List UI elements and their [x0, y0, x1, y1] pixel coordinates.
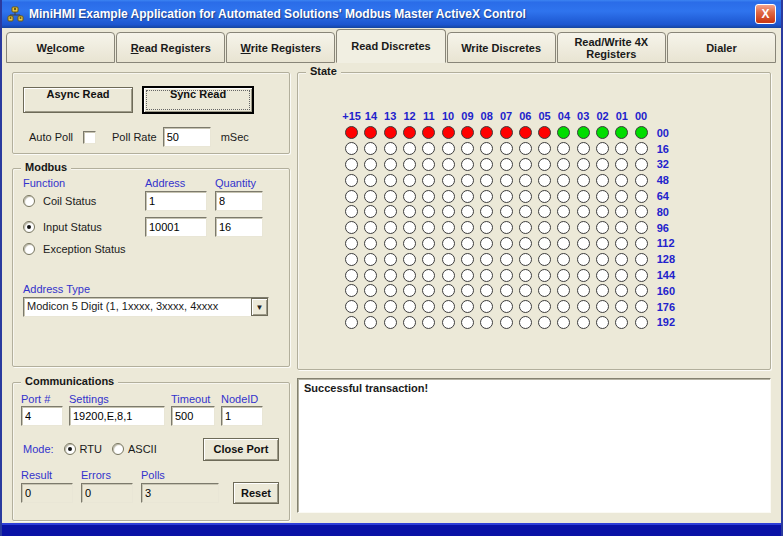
- led-indicator-off: [577, 300, 590, 313]
- tab-read-registers[interactable]: Read Registers: [116, 32, 225, 63]
- led-row-label: 144: [651, 269, 691, 281]
- led-indicator-off: [538, 237, 551, 250]
- led-row-00: 00: [342, 125, 770, 141]
- led-indicator-off: [635, 174, 648, 187]
- mode-radio-label-rtu: RTU: [80, 443, 102, 455]
- tab-read-discretes[interactable]: Read Discretes: [336, 29, 445, 63]
- led-indicator-off: [480, 174, 493, 187]
- led-indicator-off: [519, 253, 532, 266]
- input-status-address-input[interactable]: [145, 217, 207, 237]
- radio-exception-status[interactable]: [23, 243, 35, 255]
- dropdown-arrow-icon[interactable]: ▼: [251, 298, 268, 316]
- led-indicator-off: [461, 300, 474, 313]
- settings-label: Settings: [69, 393, 165, 405]
- led-indicator-off: [403, 284, 416, 297]
- led-indicator-off: [596, 221, 609, 234]
- led-indicator-off: [538, 174, 551, 187]
- led-indicator-off: [345, 205, 358, 218]
- async-read-button[interactable]: Async Read: [23, 87, 133, 113]
- led-indicator-off: [557, 190, 570, 203]
- led-indicator-off: [403, 237, 416, 250]
- bit-column-header: 09: [458, 110, 477, 122]
- led-indicator-off: [422, 221, 435, 234]
- led-indicator-off: [500, 221, 513, 234]
- transaction-log[interactable]: Successful transaction!: [297, 378, 771, 513]
- reset-button[interactable]: Reset: [233, 482, 279, 504]
- led-indicator-on-red: [345, 126, 358, 139]
- tab-write-discretes[interactable]: Write Discretes: [447, 32, 556, 63]
- led-row-48: 48: [342, 172, 770, 188]
- led-indicator-on-red: [384, 126, 397, 139]
- led-indicator-off: [422, 158, 435, 171]
- led-indicator-off: [635, 269, 648, 282]
- auto-poll-checkbox[interactable]: [83, 131, 96, 144]
- led-indicator-on-green: [577, 126, 590, 139]
- led-indicator-off: [500, 284, 513, 297]
- address-type-dropdown[interactable]: Modicon 5 Digit (1, 1xxxx, 3xxxx, 4xxxx …: [23, 297, 269, 317]
- led-indicator-off: [345, 142, 358, 155]
- settings-input[interactable]: [69, 406, 165, 426]
- led-indicator-off: [635, 316, 648, 329]
- led-indicator-off: [577, 205, 590, 218]
- poll-rate-input[interactable]: [163, 127, 211, 147]
- led-indicator-off: [538, 190, 551, 203]
- led-indicator-off: [557, 221, 570, 234]
- led-indicator-off: [557, 174, 570, 187]
- close-button[interactable]: X: [755, 4, 776, 24]
- input-status-quantity-input[interactable]: [215, 217, 263, 237]
- led-indicator-off: [557, 142, 570, 155]
- transaction-log-text: Successful transaction!: [304, 382, 428, 394]
- tab-read-write-4x-registers[interactable]: Read/Write 4X Registers: [557, 32, 666, 63]
- tab-write-registers[interactable]: Write Registers: [226, 32, 335, 63]
- bit-column-header: 13: [381, 110, 400, 122]
- led-indicator-off: [403, 253, 416, 266]
- led-indicator-off: [364, 221, 377, 234]
- led-indicator-off: [596, 284, 609, 297]
- led-indicator-off: [442, 142, 455, 155]
- led-indicator-off: [422, 190, 435, 203]
- led-row-80: 80: [342, 204, 770, 220]
- led-indicator-off: [577, 142, 590, 155]
- coil-status-quantity-input[interactable]: [215, 191, 263, 211]
- timeout-input[interactable]: [171, 406, 215, 426]
- tab-dialer[interactable]: Dialer: [667, 32, 776, 63]
- right-panel: State +151413121110090807060504030201000…: [297, 70, 771, 521]
- led-indicator-off: [635, 205, 648, 218]
- coil-status-address-input[interactable]: [145, 191, 207, 211]
- port-input[interactable]: [21, 406, 63, 426]
- radio-coil-status[interactable]: [23, 195, 35, 207]
- function-column-label: Function: [23, 177, 145, 189]
- led-indicator-off: [403, 221, 416, 234]
- led-indicator-off: [519, 205, 532, 218]
- led-indicator-off: [500, 190, 513, 203]
- led-indicator-off: [442, 284, 455, 297]
- modbus-group-title: Modbus: [21, 161, 71, 173]
- nodeid-input[interactable]: [221, 406, 263, 426]
- led-indicator-off: [596, 316, 609, 329]
- led-row-label: 00: [651, 127, 691, 139]
- radio-input-status[interactable]: [23, 221, 35, 233]
- led-indicator-on-green: [615, 126, 628, 139]
- led-indicator-off: [364, 190, 377, 203]
- led-indicator-off: [557, 300, 570, 313]
- led-indicator-off: [461, 253, 474, 266]
- led-indicator-off: [519, 316, 532, 329]
- led-indicator-off: [422, 205, 435, 218]
- led-indicator-off: [635, 190, 648, 203]
- led-indicator-off: [345, 174, 358, 187]
- tab-welcome[interactable]: Welcome: [6, 32, 115, 63]
- sync-read-button[interactable]: Sync Read: [143, 87, 253, 113]
- polls-label: Polls: [141, 469, 219, 481]
- close-port-button[interactable]: Close Port: [203, 438, 279, 461]
- mode-radio-ascii[interactable]: [112, 443, 124, 455]
- led-row-176: 176: [342, 299, 770, 315]
- led-indicator-off: [615, 174, 628, 187]
- led-indicator-off: [480, 190, 493, 203]
- led-indicator-off: [615, 237, 628, 250]
- led-indicator-off: [519, 174, 532, 187]
- mode-radio-rtu[interactable]: [64, 443, 76, 455]
- led-indicator-off: [615, 142, 628, 155]
- led-indicator-off: [461, 237, 474, 250]
- led-indicator-off: [384, 253, 397, 266]
- tab-content-read-discretes: Async Read Sync Read Auto Poll Poll Rate…: [2, 62, 781, 521]
